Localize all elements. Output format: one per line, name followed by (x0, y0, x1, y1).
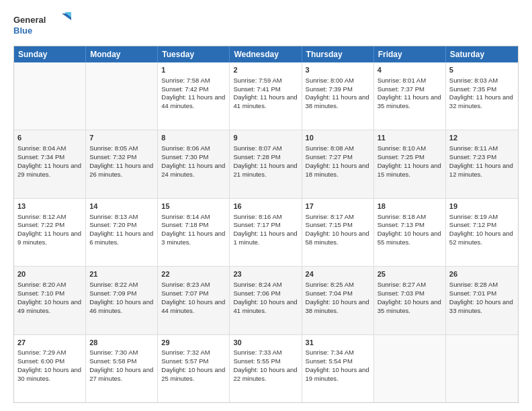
day-number: 20 (17, 269, 82, 279)
day-number: 19 (449, 201, 515, 212)
weekday-header-wednesday: Wednesday (230, 46, 302, 62)
daylight-text: Daylight: 11 hours and 35 minutes. (378, 93, 441, 109)
logo-svg: General Blue (13, 11, 74, 40)
daylight-text: Daylight: 10 hours and 30 minutes. (17, 366, 81, 382)
calendar: SundayMondayTuesdayWednesdayThursdayFrid… (13, 46, 519, 403)
day-number: 25 (378, 269, 442, 279)
day-cell-10: 10Sunrise: 8:08 AMSunset: 7:27 PMDayligh… (302, 130, 374, 197)
sunrise-text: Sunrise: 7:58 AM (161, 77, 210, 84)
day-cell-2: 2Sunrise: 7:59 AMSunset: 7:41 PMDaylight… (230, 62, 302, 130)
day-number: 6 (17, 133, 82, 143)
sunset-text: Sunset: 7:04 PM (306, 289, 353, 297)
sunrise-text: Sunrise: 7:32 AM (161, 349, 210, 356)
empty-cell (86, 62, 158, 130)
sunset-text: Sunset: 7:20 PM (89, 221, 136, 228)
daylight-text: Daylight: 11 hours and 44 minutes. (161, 93, 225, 109)
sunrise-text: Sunrise: 7:29 AM (17, 349, 66, 356)
day-cell-24: 24Sunrise: 8:25 AMSunset: 7:04 PMDayligh… (302, 267, 374, 334)
sunset-text: Sunset: 7:42 PM (161, 85, 208, 93)
calendar-header: SundayMondayTuesdayWednesdayThursdayFrid… (14, 46, 518, 62)
day-number: 9 (233, 133, 298, 143)
day-cell-12: 12Sunrise: 8:11 AMSunset: 7:23 PMDayligh… (446, 130, 518, 197)
sunrise-text: Sunrise: 8:11 AM (449, 144, 498, 152)
calendar-page: General Blue SundayMondayTuesdayWednesda… (0, 0, 532, 411)
sunset-text: Sunset: 7:07 PM (161, 289, 208, 297)
sunrise-text: Sunrise: 8:28 AM (449, 281, 498, 288)
weekday-header-friday: Friday (374, 46, 446, 62)
day-number: 24 (306, 269, 370, 279)
calendar-row-1: 6Sunrise: 8:04 AMSunset: 7:34 PMDaylight… (14, 130, 518, 198)
sunset-text: Sunset: 7:28 PM (233, 153, 280, 161)
sunset-text: Sunset: 7:27 PM (306, 153, 353, 161)
sunset-text: Sunset: 7:39 PM (306, 85, 353, 93)
day-cell-11: 11Sunrise: 8:10 AMSunset: 7:25 PMDayligh… (374, 130, 446, 197)
daylight-text: Daylight: 11 hours and 1 minute. (233, 230, 297, 246)
daylight-text: Daylight: 10 hours and 38 minutes. (306, 298, 369, 314)
sunrise-text: Sunrise: 8:24 AM (233, 281, 281, 288)
empty-cell (374, 335, 446, 402)
daylight-text: Daylight: 11 hours and 15 minutes. (378, 162, 441, 178)
sunset-text: Sunset: 7:09 PM (89, 289, 136, 297)
sunset-text: Sunset: 5:57 PM (161, 357, 208, 365)
day-cell-31: 31Sunrise: 7:34 AMSunset: 5:54 PMDayligh… (302, 335, 374, 402)
sunset-text: Sunset: 7:10 PM (17, 289, 64, 297)
sunset-text: Sunset: 7:12 PM (449, 221, 496, 228)
day-number: 17 (306, 201, 370, 212)
sunrise-text: Sunrise: 8:19 AM (449, 213, 498, 220)
daylight-text: Daylight: 11 hours and 26 minutes. (89, 162, 153, 178)
day-cell-15: 15Sunrise: 8:14 AMSunset: 7:18 PMDayligh… (158, 199, 230, 266)
sunset-text: Sunset: 7:01 PM (449, 289, 496, 297)
sunrise-text: Sunrise: 8:27 AM (378, 281, 426, 288)
sunrise-text: Sunrise: 8:13 AM (89, 213, 138, 220)
day-number: 4 (378, 65, 442, 75)
day-cell-18: 18Sunrise: 8:18 AMSunset: 7:13 PMDayligh… (374, 199, 446, 266)
day-cell-21: 21Sunrise: 8:22 AMSunset: 7:09 PMDayligh… (86, 267, 158, 334)
day-cell-30: 30Sunrise: 7:33 AMSunset: 5:55 PMDayligh… (230, 335, 302, 402)
sunset-text: Sunset: 7:06 PM (233, 289, 280, 297)
empty-cell (14, 62, 86, 130)
day-number: 14 (89, 201, 154, 212)
svg-text:Blue: Blue (13, 26, 32, 36)
sunset-text: Sunset: 7:37 PM (378, 85, 425, 93)
sunset-text: Sunset: 7:17 PM (233, 221, 280, 228)
day-number: 27 (17, 338, 82, 348)
page-header: General Blue (13, 11, 519, 40)
sunrise-text: Sunrise: 8:25 AM (306, 281, 354, 288)
daylight-text: Daylight: 10 hours and 33 minutes. (449, 298, 513, 314)
day-number: 31 (306, 338, 370, 348)
sunrise-text: Sunrise: 8:01 AM (378, 77, 426, 84)
sunrise-text: Sunrise: 8:18 AM (378, 213, 426, 220)
sunset-text: Sunset: 5:58 PM (89, 357, 136, 365)
sunrise-text: Sunrise: 8:10 AM (378, 144, 426, 152)
day-number: 15 (161, 201, 226, 212)
day-cell-3: 3Sunrise: 8:00 AMSunset: 7:39 PMDaylight… (302, 62, 374, 130)
day-number: 5 (449, 65, 515, 75)
sunrise-text: Sunrise: 8:22 AM (89, 281, 138, 288)
sunset-text: Sunset: 7:25 PM (378, 153, 425, 161)
day-number: 8 (161, 133, 226, 143)
sunset-text: Sunset: 7:13 PM (378, 221, 425, 228)
sunrise-text: Sunrise: 8:06 AM (161, 144, 210, 152)
daylight-text: Daylight: 11 hours and 18 minutes. (306, 162, 369, 178)
daylight-text: Daylight: 10 hours and 27 minutes. (89, 366, 153, 382)
day-cell-27: 27Sunrise: 7:29 AMSunset: 6:00 PMDayligh… (14, 335, 86, 402)
daylight-text: Daylight: 10 hours and 41 minutes. (233, 298, 297, 314)
sunrise-text: Sunrise: 8:17 AM (306, 213, 354, 220)
sunrise-text: Sunrise: 7:33 AM (233, 349, 281, 356)
sunset-text: Sunset: 7:34 PM (17, 153, 64, 161)
daylight-text: Daylight: 11 hours and 24 minutes. (161, 162, 225, 178)
empty-cell (446, 335, 518, 402)
sunset-text: Sunset: 7:30 PM (161, 153, 208, 161)
day-cell-25: 25Sunrise: 8:27 AMSunset: 7:03 PMDayligh… (374, 267, 446, 334)
day-number: 10 (306, 133, 370, 143)
day-cell-7: 7Sunrise: 8:05 AMSunset: 7:32 PMDaylight… (86, 130, 158, 197)
weekday-header-monday: Monday (86, 46, 158, 62)
sunset-text: Sunset: 7:23 PM (449, 153, 496, 161)
daylight-text: Daylight: 11 hours and 21 minutes. (233, 162, 297, 178)
weekday-header-thursday: Thursday (302, 46, 374, 62)
sunset-text: Sunset: 7:41 PM (233, 85, 280, 93)
sunrise-text: Sunrise: 8:08 AM (306, 144, 354, 152)
day-number: 13 (17, 201, 82, 212)
day-number: 11 (378, 133, 442, 143)
daylight-text: Daylight: 11 hours and 9 minutes. (17, 230, 81, 246)
